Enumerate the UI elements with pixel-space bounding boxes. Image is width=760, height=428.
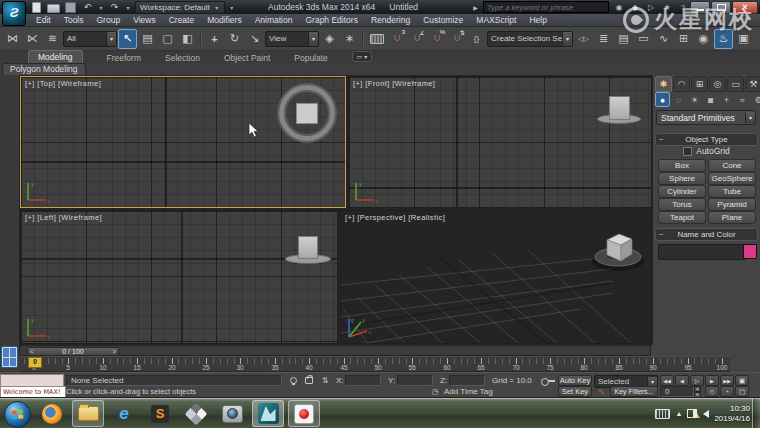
menu-edit[interactable]: Edit	[36, 15, 51, 25]
qat-options-arrow[interactable]: ▾	[229, 4, 235, 11]
category-shapes[interactable]: ◌	[671, 92, 686, 107]
pyramid-button[interactable]: Pyramid	[708, 198, 756, 211]
taskbar-explorer[interactable]	[72, 400, 104, 427]
search-communities-icon[interactable]: ◉	[613, 3, 625, 12]
menu-graph-editors[interactable]: Graph Editors	[305, 15, 357, 25]
cone-button[interactable]: Cone	[708, 159, 756, 172]
render-production-button[interactable]: ♨	[754, 29, 760, 49]
taskbar-unity[interactable]	[180, 400, 212, 427]
window-crossing-button[interactable]: ◧	[178, 29, 197, 49]
x-coordinate-field[interactable]	[345, 375, 381, 386]
percent-snap-toggle-button[interactable]: ∩%	[427, 29, 446, 49]
time-tag-clock-icon[interactable]: ◷	[428, 386, 442, 397]
select-by-name-button[interactable]: ▤	[138, 29, 157, 49]
angle-snap-toggle-button[interactable]: ∩∠	[407, 29, 426, 49]
plane-button[interactable]: Plane	[708, 211, 756, 224]
unlink-selection-button[interactable]: ⋉	[23, 29, 42, 49]
box-object-top-view[interactable]	[296, 103, 318, 124]
zoom-extents-button[interactable]: ▣	[735, 375, 749, 386]
taskbar-clock[interactable]: 10:30 2019/4/16	[714, 404, 750, 424]
autogrid-checkbox[interactable]	[683, 147, 692, 156]
select-and-manipulate-button[interactable]: ∗	[340, 29, 359, 49]
geosphere-button[interactable]: GeoSphere	[708, 172, 756, 185]
ribbon-toggle-button[interactable]: ▭	[634, 29, 653, 49]
reference-coordinate-dropdown[interactable]: View ▾	[265, 31, 319, 47]
selection-filter-dropdown[interactable]: All ▾	[63, 31, 117, 47]
y-coordinate-field[interactable]	[397, 375, 433, 386]
z-coordinate-field[interactable]	[449, 375, 485, 386]
exchange-apps-icon[interactable]: ▷	[645, 3, 657, 12]
current-frame-field[interactable]	[660, 386, 694, 397]
ribbon-minimize-toggle[interactable]: ▭▾	[352, 51, 372, 62]
box-object-front-view[interactable]	[609, 96, 630, 120]
orbit-button[interactable]: ◔	[720, 386, 734, 397]
align-button[interactable]: ≣	[594, 29, 613, 49]
redo-dropdown-arrow[interactable]: ▾	[125, 4, 131, 11]
start-button[interactable]	[4, 401, 31, 428]
ribbon-tab-freeform[interactable]: Freeform	[107, 53, 141, 63]
maximize-viewport-toggle[interactable]: ▢	[735, 386, 749, 397]
browse-arrow-icon[interactable]: ▶	[472, 4, 479, 11]
menu-create[interactable]: Create	[169, 15, 195, 25]
material-editor-button[interactable]: ◉	[694, 29, 713, 49]
select-and-move-button[interactable]: +	[205, 29, 224, 49]
auto-key-button[interactable]: Auto Key	[558, 375, 592, 386]
named-selection-set-dropdown[interactable]: Create Selection Se ▾	[487, 31, 573, 47]
spinner-snap-toggle-button[interactable]: ∩⇅	[447, 29, 466, 49]
viewport-top-label[interactable]: [+] [Top] [Wireframe]	[25, 79, 101, 88]
tab-motion[interactable]: ◎	[709, 76, 726, 92]
torus-object-top-view[interactable]	[279, 85, 335, 141]
search-input[interactable]	[483, 1, 609, 13]
rendered-frame-window-button[interactable]: ▣	[734, 29, 753, 49]
taskbar-camera-app[interactable]	[216, 400, 248, 427]
undo-button[interactable]: ↶	[81, 2, 94, 13]
help-icon[interactable]: ?	[677, 3, 689, 12]
set-keys-key-icon[interactable]	[541, 377, 555, 385]
go-to-start-button[interactable]: ◀◀	[660, 375, 674, 386]
tube-button[interactable]: Tube	[708, 185, 756, 198]
tab-hierarchy[interactable]: ⊞	[691, 76, 708, 92]
schematic-view-button[interactable]: ⊞	[674, 29, 693, 49]
mirror-button[interactable]: ◁▷	[574, 29, 593, 49]
curve-editor-button[interactable]: ∿	[654, 29, 673, 49]
bind-to-space-warp-button[interactable]: ≋	[43, 29, 62, 49]
category-geometry[interactable]: ●	[655, 92, 670, 107]
save-file-button[interactable]	[64, 2, 77, 13]
input-method-icon[interactable]	[655, 409, 670, 419]
menu-modifiers[interactable]: Modifiers	[207, 15, 241, 25]
rectangular-selection-region-button[interactable]: ▢	[158, 29, 177, 49]
menu-customize[interactable]: Customize	[423, 15, 463, 25]
tab-display[interactable]: ▭	[727, 76, 744, 92]
selection-lock-toggle[interactable]	[302, 373, 316, 384]
hidden-icons-arrow[interactable]: ▲	[675, 410, 682, 417]
pan-view-button[interactable]: ◇	[705, 386, 719, 397]
menu-help[interactable]: Help	[529, 15, 546, 25]
use-pivot-point-center-button[interactable]: ◈	[320, 29, 339, 49]
viewport-left-label[interactable]: [+] [Left] [Wireframe]	[25, 213, 102, 222]
viewport-perspective[interactable]: [+] [Perspective] [Realistic]	[340, 210, 652, 344]
current-frame-marker[interactable]: 0	[28, 357, 42, 368]
keyboard-shortcut-override-button[interactable]	[367, 29, 386, 49]
taskbar-recorder[interactable]	[288, 400, 320, 427]
primitive-category-dropdown[interactable]: Standard Primitives ▾	[656, 110, 756, 125]
taskbar-internet-explorer[interactable]: e	[108, 400, 140, 427]
object-color-swatch[interactable]	[743, 244, 757, 259]
object-name-field[interactable]	[658, 244, 746, 260]
ribbon-tab-modeling[interactable]: Modeling	[28, 50, 83, 63]
select-and-scale-button[interactable]: ↘	[245, 29, 264, 49]
new-key-curve-icon[interactable]: ∿	[594, 386, 608, 397]
render-setup-button[interactable]: ♨	[714, 29, 733, 49]
category-lights[interactable]: ☀	[687, 92, 702, 107]
time-slider[interactable]: < 0 / 100 >	[19, 345, 651, 356]
ribbon-tab-object-paint[interactable]: Object Paint	[224, 53, 270, 63]
name-and-color-rollout[interactable]: − Name and Color	[655, 228, 758, 241]
track-bar[interactable]: 0 5 10 15 20 25 30 35 40 45 50 55 60 65 …	[19, 356, 730, 372]
box-object-left-view[interactable]	[298, 236, 318, 259]
polygon-modeling-panel[interactable]: Polygon Modeling	[2, 63, 86, 75]
tab-modify[interactable]: ◠	[673, 76, 690, 92]
menu-animation[interactable]: Animation	[255, 15, 293, 25]
frame-forward-arrow[interactable]: >	[112, 348, 116, 355]
maximize-button[interactable]	[711, 1, 731, 14]
viewport-front-label[interactable]: [+] [Front] [Wireframe]	[353, 79, 435, 88]
select-object-button[interactable]: ↖	[118, 29, 137, 49]
